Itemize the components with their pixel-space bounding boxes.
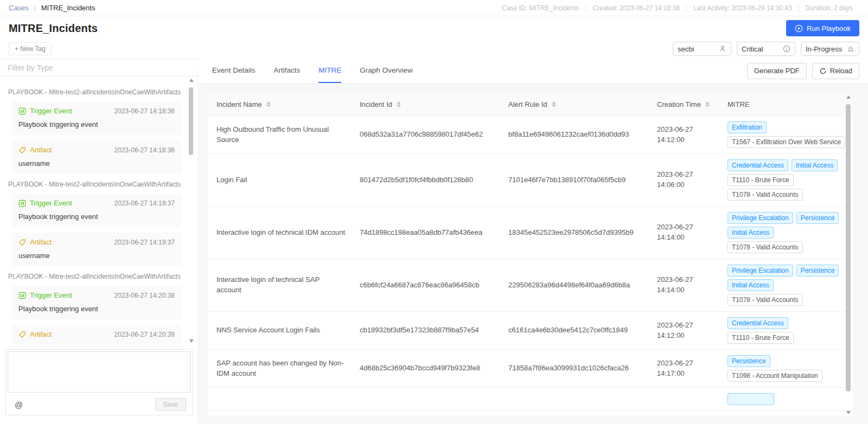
timeline-card[interactable]: Artifact 2023-06-27 14:18:36 username xyxy=(12,140,181,174)
sort-carets-icon[interactable] xyxy=(397,101,401,107)
run-playbook-button[interactable]: Run Playbook xyxy=(786,20,859,36)
priority-select[interactable]: Critical xyxy=(737,42,795,56)
timeline-card-type-label: Trigger Event xyxy=(30,107,72,115)
mention-button[interactable]: @ xyxy=(15,400,23,409)
new-tag-button[interactable]: + New Tag xyxy=(9,42,52,55)
table-row[interactable]: Interactive login of technical SAP accou… xyxy=(208,259,853,312)
table-row-partial[interactable] xyxy=(208,388,853,411)
cell-incident-id: 4d68b25c36904b7bccd949f7b9323fe8 xyxy=(351,363,500,374)
scroll-up-icon[interactable] xyxy=(189,79,194,82)
tab-artifacts[interactable]: Artifacts xyxy=(274,59,301,83)
timeline-card[interactable]: Trigger Event 2023-06-27 14:18:36 Playbo… xyxy=(12,101,181,135)
cell-incident-id: cb18932bf3df5e17323b887f9ba57e54 xyxy=(351,325,500,336)
artifact-tag-icon xyxy=(18,331,26,338)
column-label: Alert Rule Id xyxy=(508,100,547,108)
cell-incident-name: Interactive login of technical IDM accou… xyxy=(208,228,351,238)
mitre-tactic-tag: Credential Access xyxy=(727,159,788,171)
cell-alert-rule-id: 7101e46f7e7bb138910f70fa065f5cb9 xyxy=(500,175,648,185)
timeline-card-body: Playbook triggering event xyxy=(18,120,175,129)
tab-graph-overview[interactable]: Graph Overview xyxy=(360,59,413,83)
case-meta: Case ID: MITRE_Incidents Created: 2023-0… xyxy=(495,4,859,12)
mitre-tactic-tag: Credential Access xyxy=(727,317,788,329)
table-row[interactable]: Interactive login of technical IDM accou… xyxy=(208,207,853,259)
column-header-alert-rule-id[interactable]: Alert Rule Id xyxy=(500,93,648,115)
table-row[interactable]: SAP account has been changed by Non-IDM … xyxy=(208,350,853,388)
sort-carets-icon[interactable] xyxy=(705,101,710,107)
timeline-card[interactable]: Trigger Event 2023-06-27 14:20:38 Playbo… xyxy=(12,286,181,319)
timeline-card[interactable]: Artifact 2023-06-27 14:20:39 username xyxy=(12,325,181,345)
timeline-card[interactable]: Trigger Event 2023-06-27 14:19:37 Playbo… xyxy=(12,194,181,227)
cell-mitre-tags: Credential AccessInitial AccessT1110 - B… xyxy=(719,159,853,201)
column-label: MITRE xyxy=(727,100,749,108)
timeline-card-type-label: Artifact xyxy=(30,238,52,246)
timeline-card-time: 2023-06-27 14:20:39 xyxy=(114,331,175,338)
column-header-incident-name[interactable]: Incident Name xyxy=(208,93,351,115)
comment-textarea[interactable] xyxy=(8,351,191,393)
mitre-technique-tag: T1110 - Brute Force xyxy=(727,332,794,344)
priority-value: Critical xyxy=(742,45,763,53)
timeline-card-type-label: Trigger Event xyxy=(30,291,72,299)
topbar: Cases / MITRE_Incidents Case ID: MITRE_I… xyxy=(0,0,868,16)
sidebar-scrollbar[interactable] xyxy=(189,79,194,343)
cell-incident-name: High Outbound Traffic from Unusual Sourc… xyxy=(208,125,351,145)
timeline-card-time: 2023-06-27 14:18:36 xyxy=(114,146,175,154)
case-id-label: Case ID: MITRE_Incidents xyxy=(495,4,585,12)
tab-event-details[interactable]: Event Details xyxy=(212,59,256,83)
sidebar-scrollbar-thumb[interactable] xyxy=(189,87,193,155)
table-scrollbar-thumb[interactable] xyxy=(846,104,851,391)
run-playbook-label: Run Playbook xyxy=(807,24,851,33)
table-scroll-up-icon[interactable] xyxy=(846,95,851,99)
cell-incident-id: 801472d2b5df1f0fcf4fbbdb0f128b80 xyxy=(351,175,500,185)
reload-label: Reload xyxy=(830,67,852,75)
assignee-select[interactable]: secbi xyxy=(673,42,731,56)
breadcrumb-cases-link[interactable]: Cases xyxy=(9,4,29,12)
table-row[interactable]: NNS Service Account Login Failscb18932bf… xyxy=(208,312,853,350)
page-title: MITRE_Incidents xyxy=(9,22,98,35)
generate-pdf-button[interactable]: Generate PDF xyxy=(747,63,807,79)
timeline-card-time: 2023-06-27 14:19:37 xyxy=(114,239,175,246)
table-header-row: Incident NameIncident IdAlert Rule IdCre… xyxy=(208,93,853,116)
mitre-incidents-table: Incident NameIncident IdAlert Rule IdCre… xyxy=(208,93,853,416)
table-row[interactable]: Login Fail801472d2b5df1f0fcf4fbbdb0f128b… xyxy=(208,154,853,207)
comment-footer: @ Save xyxy=(6,394,193,415)
timeline-card-body: Playbook triggering event xyxy=(18,305,175,313)
mitre-tactic-tag: Privilege Escalation xyxy=(727,212,793,224)
timeline-card[interactable]: Artifact 2023-06-27 14:19:37 username xyxy=(12,233,181,266)
mitre-tactic-tag: Persistence xyxy=(727,355,770,367)
table-toolbar: Generate PDF Reload xyxy=(747,63,859,79)
tab-bar: Event DetailsArtifactsMITREGraph Overvie… xyxy=(198,59,868,83)
reload-icon xyxy=(819,67,827,75)
timeline-card-type-label: Trigger Event xyxy=(30,199,72,207)
cell-mitre-tags: Credential AccessT1110 - Brute Force xyxy=(719,317,853,344)
column-header-creation-time[interactable]: Creation Time xyxy=(648,93,719,115)
status-select[interactable]: In-Progress xyxy=(801,42,859,56)
assignee-value: secbi xyxy=(678,45,694,53)
cell-creation-time: 2023-06-27 14:14:00 xyxy=(648,275,719,295)
cell-alert-rule-id: 18345e452523ee2978506c5d7d9395b9 xyxy=(500,228,648,238)
artifact-tag-icon xyxy=(18,239,26,246)
table-scrollbar[interactable] xyxy=(846,95,851,414)
breadcrumb-current: MITRE_Incidents xyxy=(41,4,95,12)
generate-pdf-label: Generate PDF xyxy=(754,67,800,75)
filter-by-type-input[interactable] xyxy=(0,59,197,76)
scroll-down-icon[interactable] xyxy=(189,339,194,343)
cell-mitre-tags: ExfiltrationT1567 - Exfiltration Over We… xyxy=(719,121,853,148)
case-last-activity-label: Last Activity: 2023-06-29 14:30:43 xyxy=(686,4,798,12)
column-header-incident-id[interactable]: Incident Id xyxy=(351,93,500,115)
cell-incident-id: 74d1898cc198eaa05a8db77afb436eea xyxy=(351,228,500,238)
mitre-technique-tag: T1078 - Valid Accounts xyxy=(727,189,803,201)
table-row[interactable]: High Outbound Traffic from Unusual Sourc… xyxy=(208,116,853,154)
status-value: In-Progress xyxy=(806,45,842,53)
reload-button[interactable]: Reload xyxy=(812,63,859,79)
cell-alert-rule-id: bf8a11e69496061232caef0136d0dd93 xyxy=(500,130,648,140)
timeline-card-type-label: Artifact xyxy=(30,146,52,154)
tab-mitre[interactable]: MITRE xyxy=(318,59,341,83)
cell-incident-id: c6b6fcf24a6687ac876eac86a96458cb xyxy=(351,280,500,291)
sort-carets-icon[interactable] xyxy=(266,101,271,107)
sort-carets-icon[interactable] xyxy=(552,101,556,107)
user-icon xyxy=(719,45,726,53)
table-scroll-down-icon[interactable] xyxy=(846,411,851,414)
mitre-technique-tag: T1110 - Brute Force xyxy=(727,174,794,186)
save-comment-button[interactable]: Save xyxy=(155,398,186,411)
trigger-event-icon xyxy=(18,292,26,299)
